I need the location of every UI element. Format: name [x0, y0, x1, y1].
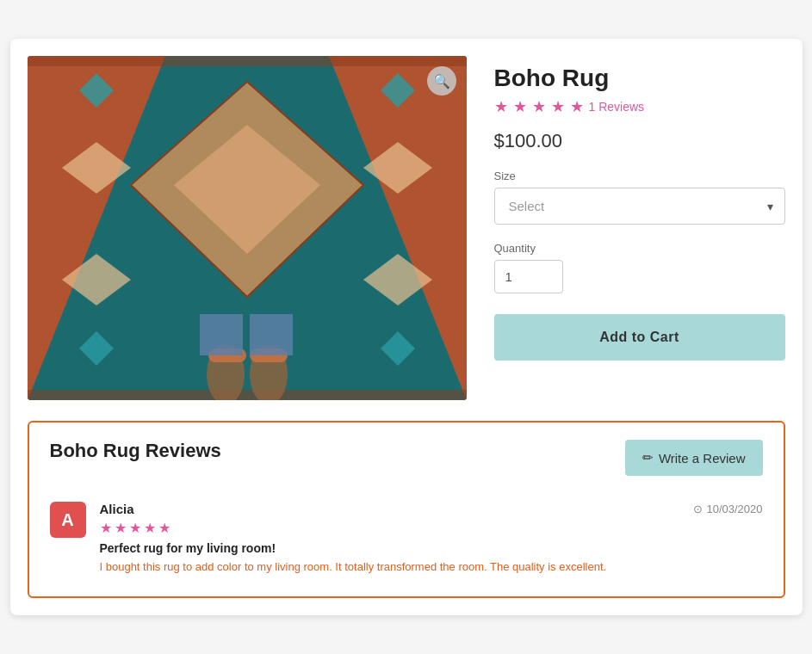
- review-date: ⊙ 10/03/2020: [693, 503, 762, 515]
- size-select-wrap: Select ▾: [494, 188, 785, 225]
- avatar-initial: A: [61, 510, 73, 530]
- star-4: ★: [551, 97, 565, 116]
- review-star-1: ★: [100, 520, 112, 536]
- reviews-count: 1 Reviews: [589, 100, 645, 114]
- review-date-text: 10/03/2020: [706, 503, 762, 515]
- add-to-cart-button[interactable]: Add to Cart: [494, 314, 785, 361]
- page-container: 🔍 Boho Rug ★ ★ ★ ★ ★ 1 Reviews $100.00 S…: [10, 39, 803, 615]
- review-star-5: ★: [158, 520, 170, 536]
- review-star-4: ★: [144, 520, 156, 536]
- star-1: ★: [494, 97, 508, 116]
- reviewer-name: Alicia: [100, 502, 134, 516]
- zoom-button[interactable]: 🔍: [427, 66, 456, 96]
- review-body: I bought this rug to add color to my liv…: [100, 558, 763, 576]
- avatar: A: [50, 502, 86, 538]
- review-headline: Perfect rug for my living room!: [100, 541, 763, 555]
- product-image: [28, 56, 467, 400]
- review-item: A Alicia ⊙ 10/03/2020 ★ ★ ★ ★ ★ Perf: [50, 502, 763, 576]
- product-details: Boho Rug ★ ★ ★ ★ ★ 1 Reviews $100.00 Siz…: [494, 56, 785, 400]
- clock-icon: ⊙: [693, 503, 703, 515]
- review-top-row: Alicia ⊙ 10/03/2020: [100, 502, 763, 516]
- star-3: ★: [532, 97, 546, 116]
- review-star-2: ★: [115, 520, 127, 536]
- write-review-button[interactable]: ✏ Write a Review: [625, 440, 763, 476]
- zoom-icon: 🔍: [433, 73, 450, 89]
- star-5: ★: [570, 97, 584, 116]
- product-title: Boho Rug: [494, 65, 785, 92]
- size-select[interactable]: Select: [494, 188, 785, 225]
- reviews-section: Boho Rug Reviews ✏ Write a Review A Alic…: [28, 421, 785, 598]
- write-icon: ✏: [642, 450, 654, 466]
- quantity-label: Quantity: [494, 242, 785, 255]
- reviews-title: Boho Rug Reviews: [50, 440, 221, 462]
- svg-rect-22: [200, 314, 243, 355]
- product-price: $100.00: [494, 130, 785, 152]
- review-content: Alicia ⊙ 10/03/2020 ★ ★ ★ ★ ★ Perfect ru…: [100, 502, 763, 576]
- star-2: ★: [513, 97, 527, 116]
- svg-rect-23: [250, 314, 293, 355]
- quantity-input[interactable]: [494, 260, 563, 293]
- review-stars: ★ ★ ★ ★ ★: [100, 520, 763, 536]
- review-star-3: ★: [129, 520, 141, 536]
- stars-row: ★ ★ ★ ★ ★ 1 Reviews: [494, 97, 785, 116]
- product-image-wrap: 🔍: [28, 56, 467, 400]
- write-review-label: Write a Review: [659, 451, 746, 466]
- svg-rect-16: [28, 56, 467, 66]
- svg-rect-17: [28, 390, 467, 400]
- product-section: 🔍 Boho Rug ★ ★ ★ ★ ★ 1 Reviews $100.00 S…: [28, 56, 785, 400]
- size-label: Size: [494, 170, 785, 182]
- reviews-header: Boho Rug Reviews ✏ Write a Review: [50, 440, 763, 476]
